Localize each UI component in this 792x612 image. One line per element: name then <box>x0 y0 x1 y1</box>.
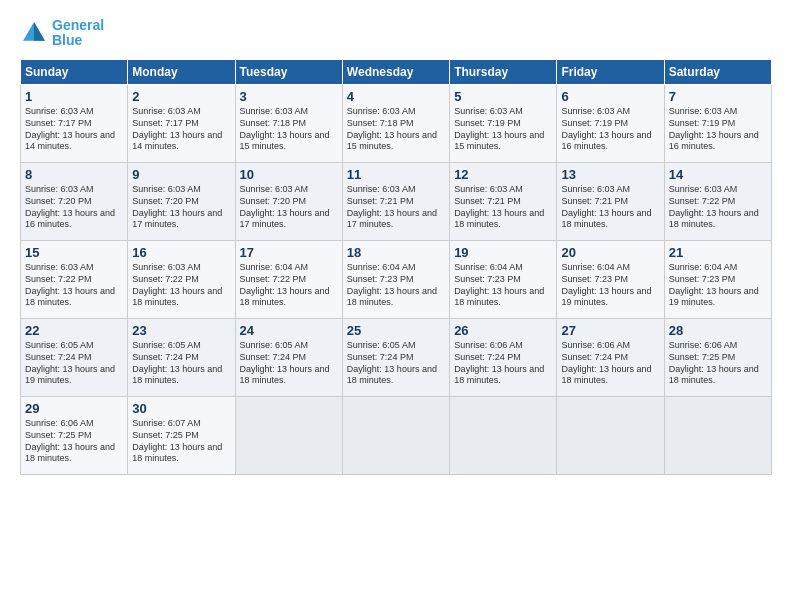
table-row: 11 Sunrise: 6:03 AM Sunset: 7:21 PM Dayl… <box>342 162 449 240</box>
calendar-week-1: 1 Sunrise: 6:03 AM Sunset: 7:17 PM Dayli… <box>21 84 772 162</box>
day-info: Sunrise: 6:03 AM Sunset: 7:21 PM Dayligh… <box>347 184 445 231</box>
day-number: 13 <box>561 166 659 184</box>
day-info: Sunrise: 6:03 AM Sunset: 7:21 PM Dayligh… <box>561 184 659 231</box>
table-row: 4 Sunrise: 6:03 AM Sunset: 7:18 PM Dayli… <box>342 84 449 162</box>
col-friday: Friday <box>557 59 664 84</box>
calendar-header: Sunday Monday Tuesday Wednesday Thursday… <box>21 59 772 84</box>
day-info: Sunrise: 6:03 AM Sunset: 7:19 PM Dayligh… <box>669 106 767 153</box>
day-number: 21 <box>669 244 767 262</box>
day-info: Sunrise: 6:03 AM Sunset: 7:21 PM Dayligh… <box>454 184 552 231</box>
logo-icon <box>20 19 48 47</box>
day-number: 25 <box>347 322 445 340</box>
day-info: Sunrise: 6:07 AM Sunset: 7:25 PM Dayligh… <box>132 418 230 465</box>
svg-marker-1 <box>34 23 45 42</box>
day-info: Sunrise: 6:03 AM Sunset: 7:20 PM Dayligh… <box>25 184 123 231</box>
day-info: Sunrise: 6:03 AM Sunset: 7:19 PM Dayligh… <box>454 106 552 153</box>
table-row: 14 Sunrise: 6:03 AM Sunset: 7:22 PM Dayl… <box>664 162 771 240</box>
table-row: 16 Sunrise: 6:03 AM Sunset: 7:22 PM Dayl… <box>128 240 235 318</box>
day-info: Sunrise: 6:06 AM Sunset: 7:25 PM Dayligh… <box>669 340 767 387</box>
table-row <box>450 396 557 474</box>
table-row: 15 Sunrise: 6:03 AM Sunset: 7:22 PM Dayl… <box>21 240 128 318</box>
table-row: 28 Sunrise: 6:06 AM Sunset: 7:25 PM Dayl… <box>664 318 771 396</box>
day-number: 4 <box>347 88 445 106</box>
table-row: 29 Sunrise: 6:06 AM Sunset: 7:25 PM Dayl… <box>21 396 128 474</box>
table-row <box>342 396 449 474</box>
day-number: 24 <box>240 322 338 340</box>
day-info: Sunrise: 6:03 AM Sunset: 7:17 PM Dayligh… <box>25 106 123 153</box>
table-row: 25 Sunrise: 6:05 AM Sunset: 7:24 PM Dayl… <box>342 318 449 396</box>
day-info: Sunrise: 6:03 AM Sunset: 7:19 PM Dayligh… <box>561 106 659 153</box>
day-number: 28 <box>669 322 767 340</box>
day-number: 12 <box>454 166 552 184</box>
col-tuesday: Tuesday <box>235 59 342 84</box>
calendar-week-3: 15 Sunrise: 6:03 AM Sunset: 7:22 PM Dayl… <box>21 240 772 318</box>
day-number: 27 <box>561 322 659 340</box>
logo-text: General Blue <box>52 18 104 49</box>
table-row: 1 Sunrise: 6:03 AM Sunset: 7:17 PM Dayli… <box>21 84 128 162</box>
day-info: Sunrise: 6:03 AM Sunset: 7:17 PM Dayligh… <box>132 106 230 153</box>
table-row: 12 Sunrise: 6:03 AM Sunset: 7:21 PM Dayl… <box>450 162 557 240</box>
day-info: Sunrise: 6:05 AM Sunset: 7:24 PM Dayligh… <box>240 340 338 387</box>
table-row: 3 Sunrise: 6:03 AM Sunset: 7:18 PM Dayli… <box>235 84 342 162</box>
day-info: Sunrise: 6:06 AM Sunset: 7:24 PM Dayligh… <box>454 340 552 387</box>
table-row: 22 Sunrise: 6:05 AM Sunset: 7:24 PM Dayl… <box>21 318 128 396</box>
day-info: Sunrise: 6:04 AM Sunset: 7:23 PM Dayligh… <box>669 262 767 309</box>
day-number: 15 <box>25 244 123 262</box>
day-number: 10 <box>240 166 338 184</box>
day-number: 11 <box>347 166 445 184</box>
table-row: 26 Sunrise: 6:06 AM Sunset: 7:24 PM Dayl… <box>450 318 557 396</box>
day-number: 2 <box>132 88 230 106</box>
table-row: 10 Sunrise: 6:03 AM Sunset: 7:20 PM Dayl… <box>235 162 342 240</box>
col-wednesday: Wednesday <box>342 59 449 84</box>
day-info: Sunrise: 6:05 AM Sunset: 7:24 PM Dayligh… <box>132 340 230 387</box>
day-number: 8 <box>25 166 123 184</box>
day-number: 3 <box>240 88 338 106</box>
table-row: 19 Sunrise: 6:04 AM Sunset: 7:23 PM Dayl… <box>450 240 557 318</box>
table-row <box>235 396 342 474</box>
day-number: 26 <box>454 322 552 340</box>
table-row <box>557 396 664 474</box>
table-row: 27 Sunrise: 6:06 AM Sunset: 7:24 PM Dayl… <box>557 318 664 396</box>
page: General Blue Sunday Monday Tuesday Wedne… <box>0 0 792 612</box>
day-number: 18 <box>347 244 445 262</box>
day-number: 5 <box>454 88 552 106</box>
day-info: Sunrise: 6:03 AM Sunset: 7:18 PM Dayligh… <box>347 106 445 153</box>
col-saturday: Saturday <box>664 59 771 84</box>
header: General Blue <box>20 18 772 49</box>
col-sunday: Sunday <box>21 59 128 84</box>
table-row: 18 Sunrise: 6:04 AM Sunset: 7:23 PM Dayl… <box>342 240 449 318</box>
calendar-week-4: 22 Sunrise: 6:05 AM Sunset: 7:24 PM Dayl… <box>21 318 772 396</box>
day-number: 9 <box>132 166 230 184</box>
day-number: 23 <box>132 322 230 340</box>
calendar: Sunday Monday Tuesday Wednesday Thursday… <box>20 59 772 475</box>
day-info: Sunrise: 6:04 AM Sunset: 7:23 PM Dayligh… <box>454 262 552 309</box>
day-info: Sunrise: 6:03 AM Sunset: 7:18 PM Dayligh… <box>240 106 338 153</box>
day-number: 14 <box>669 166 767 184</box>
day-number: 16 <box>132 244 230 262</box>
table-row: 24 Sunrise: 6:05 AM Sunset: 7:24 PM Dayl… <box>235 318 342 396</box>
calendar-week-2: 8 Sunrise: 6:03 AM Sunset: 7:20 PM Dayli… <box>21 162 772 240</box>
day-info: Sunrise: 6:03 AM Sunset: 7:22 PM Dayligh… <box>132 262 230 309</box>
day-number: 1 <box>25 88 123 106</box>
table-row: 30 Sunrise: 6:07 AM Sunset: 7:25 PM Dayl… <box>128 396 235 474</box>
table-row: 21 Sunrise: 6:04 AM Sunset: 7:23 PM Dayl… <box>664 240 771 318</box>
day-info: Sunrise: 6:03 AM Sunset: 7:22 PM Dayligh… <box>669 184 767 231</box>
calendar-body: 1 Sunrise: 6:03 AM Sunset: 7:17 PM Dayli… <box>21 84 772 474</box>
day-number: 29 <box>25 400 123 418</box>
table-row: 2 Sunrise: 6:03 AM Sunset: 7:17 PM Dayli… <box>128 84 235 162</box>
table-row: 9 Sunrise: 6:03 AM Sunset: 7:20 PM Dayli… <box>128 162 235 240</box>
col-monday: Monday <box>128 59 235 84</box>
day-info: Sunrise: 6:04 AM Sunset: 7:22 PM Dayligh… <box>240 262 338 309</box>
day-info: Sunrise: 6:03 AM Sunset: 7:20 PM Dayligh… <box>240 184 338 231</box>
logo: General Blue <box>20 18 104 49</box>
day-number: 22 <box>25 322 123 340</box>
day-info: Sunrise: 6:04 AM Sunset: 7:23 PM Dayligh… <box>561 262 659 309</box>
day-info: Sunrise: 6:06 AM Sunset: 7:24 PM Dayligh… <box>561 340 659 387</box>
day-number: 20 <box>561 244 659 262</box>
table-row <box>664 396 771 474</box>
col-thursday: Thursday <box>450 59 557 84</box>
day-number: 19 <box>454 244 552 262</box>
table-row: 7 Sunrise: 6:03 AM Sunset: 7:19 PM Dayli… <box>664 84 771 162</box>
day-info: Sunrise: 6:04 AM Sunset: 7:23 PM Dayligh… <box>347 262 445 309</box>
table-row: 20 Sunrise: 6:04 AM Sunset: 7:23 PM Dayl… <box>557 240 664 318</box>
